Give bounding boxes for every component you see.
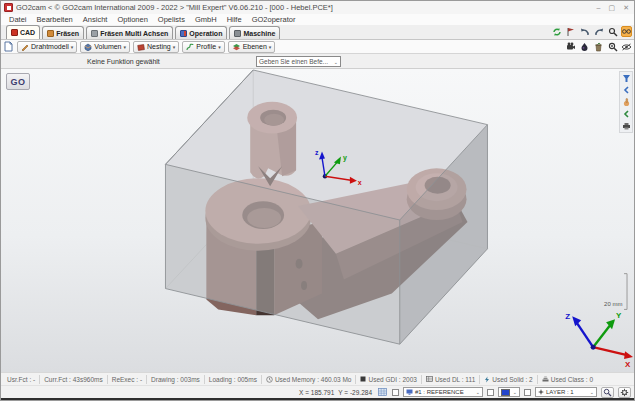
new-document-icon[interactable] bbox=[3, 41, 14, 52]
status-used-memory: Used Memory : 460.03 Mo bbox=[262, 375, 357, 384]
volumen-icon bbox=[84, 43, 92, 51]
function-bar: Keine Funktion gewählt Geben Sie einen B… bbox=[1, 54, 634, 69]
zoom-plus-icon[interactable] bbox=[607, 41, 618, 52]
gear-settings-button[interactable] bbox=[618, 387, 631, 398]
toolbar-volumen-button[interactable]: Volumen ▾ bbox=[80, 41, 130, 53]
corner-axis-z-label: Z bbox=[565, 312, 570, 321]
current-color-swatch bbox=[501, 389, 510, 396]
status-used-solid: Used Solid : 2 bbox=[480, 375, 537, 384]
toolbar-nesting-button[interactable]: Nesting ▾ bbox=[133, 41, 179, 53]
zoom-search-icon[interactable] bbox=[607, 26, 618, 37]
gdi-icon bbox=[360, 376, 366, 382]
menu-optionen[interactable]: Optionen bbox=[112, 15, 152, 24]
viewport-3d[interactable]: x y z 20 mm Z Y X G bbox=[1, 69, 634, 372]
zoom-settings-button[interactable] bbox=[601, 387, 614, 398]
profile-icon bbox=[186, 43, 194, 51]
menu-gmbh[interactable]: GmbH bbox=[190, 15, 222, 24]
tab-fraesen[interactable]: Fräsen bbox=[42, 26, 84, 39]
tab-operation[interactable]: Operation bbox=[175, 26, 227, 39]
cad-tab-icon bbox=[11, 29, 18, 36]
status-drawing: Drawing : 003ms bbox=[147, 375, 205, 384]
printer-icon[interactable] bbox=[621, 121, 632, 131]
menu-go2operator[interactable]: GO2operator bbox=[247, 15, 301, 24]
chevron-down-icon: ⌄ bbox=[334, 59, 338, 65]
chevron-down-icon: ⌄ bbox=[590, 389, 594, 395]
command-combobox[interactable]: Geben Sie einen Befe... ⌄ bbox=[256, 56, 341, 67]
tab-fraesen-multi-achsen[interactable]: Fräsen Multi Achsen bbox=[86, 26, 173, 39]
nesting-icon bbox=[137, 43, 145, 51]
hand-pointer-icon[interactable] bbox=[621, 97, 632, 107]
status-used-dl: Used DL : 111 bbox=[422, 375, 480, 384]
ribbon-tab-bar: CAD Fräsen Fräsen Multi Achsen Operation… bbox=[1, 25, 634, 40]
camera-icon[interactable] bbox=[565, 41, 576, 52]
status-reexec: ReExec : - bbox=[108, 375, 147, 384]
maschine-tab-icon bbox=[234, 30, 241, 37]
corner-axis-y-label: Y bbox=[616, 311, 622, 320]
collapse-left-icon[interactable] bbox=[621, 85, 632, 95]
reference-visibility-checkbox[interactable] bbox=[392, 389, 399, 396]
fraesen-multi-tab-icon bbox=[91, 30, 98, 37]
tab-maschine[interactable]: Maschine bbox=[229, 26, 280, 39]
menu-ansicht[interactable]: Ansicht bbox=[78, 15, 113, 24]
viewport-side-toolbar bbox=[619, 71, 633, 133]
scale-bar: 20 mm bbox=[604, 274, 627, 310]
go2cam-window: GO2cam < © GO2cam International 2009 - 2… bbox=[0, 0, 635, 401]
status-used-gdi: Used GDI : 2003 bbox=[356, 375, 421, 384]
ebenen-icon bbox=[232, 43, 241, 51]
menu-bearbeiten[interactable]: Bearbeiten bbox=[32, 15, 78, 24]
cad-toolbar: Drahtmodell ▾ Volumen ▾ Nesting ▾ Profil… bbox=[1, 40, 634, 54]
redo-icon[interactable] bbox=[593, 26, 604, 37]
toolbar-ebenen-button[interactable]: Ebenen ▾ bbox=[228, 41, 276, 53]
scale-label: 20 mm bbox=[604, 301, 622, 307]
go-button[interactable]: GO bbox=[6, 73, 30, 90]
reference-icon bbox=[406, 389, 413, 395]
toolbar-profile-button[interactable]: Profile ▾ bbox=[182, 41, 224, 53]
coordinates-bar: X = 185.791 Y = -29.284 #1 : REFERENCE ⌄… bbox=[1, 385, 634, 398]
maximize-button[interactable]: ▢ bbox=[609, 4, 616, 12]
grid-table-icon[interactable] bbox=[376, 387, 388, 397]
refresh-icon[interactable] bbox=[551, 26, 562, 37]
color-picker-combobox[interactable]: ⌄ bbox=[498, 387, 520, 397]
scene-canvas: x y z 20 mm Z Y X bbox=[1, 69, 634, 372]
drahtmodell-icon bbox=[21, 43, 29, 51]
title-bar: GO2cam < © GO2cam International 2009 - 2… bbox=[1, 1, 634, 14]
layer-combobox[interactable]: LAYER : 1 ⌄ bbox=[535, 387, 597, 397]
filter-icon[interactable] bbox=[621, 73, 632, 83]
menu-hilfe[interactable]: Hilfe bbox=[222, 15, 247, 24]
axis-y-label: y bbox=[343, 154, 347, 162]
view-glasses-icon[interactable] bbox=[621, 26, 632, 37]
fraesen-tab-icon bbox=[47, 30, 54, 37]
reference-combobox[interactable]: #1 : REFERENCE ⌄ bbox=[403, 387, 483, 397]
status-curr-fct: Curr.Fct : 43s960ms bbox=[40, 375, 108, 384]
menu-bar: Datei Bearbeiten Ansicht Optionen Opelis… bbox=[1, 14, 634, 25]
tab-cad[interactable]: CAD bbox=[6, 25, 40, 39]
window-title: GO2cam < © GO2cam International 2009 - 2… bbox=[16, 3, 597, 12]
close-button[interactable]: ✕ bbox=[623, 4, 629, 12]
axis-x-label: x bbox=[358, 179, 362, 186]
collapse-left-green-icon[interactable] bbox=[621, 109, 632, 119]
cursor-x-coordinate: X = 185.791 bbox=[299, 389, 334, 396]
hide-eye-icon[interactable] bbox=[621, 41, 632, 52]
toolbar-drahtmodell-button[interactable]: Drahtmodell ▾ bbox=[17, 41, 77, 53]
ink-drop-icon[interactable] bbox=[579, 41, 590, 52]
solid-icon bbox=[484, 376, 490, 383]
layer-visibility-checkbox[interactable] bbox=[524, 389, 531, 396]
clock-icon bbox=[266, 376, 273, 383]
display-list-icon bbox=[426, 376, 433, 382]
status-usr-fct: Usr.Fct : - bbox=[3, 375, 40, 384]
color-apply-checkbox[interactable] bbox=[487, 389, 494, 396]
status-loading: Loading : 005ms bbox=[205, 375, 262, 384]
menu-opelists[interactable]: Opelists bbox=[153, 15, 190, 24]
undo-icon[interactable] bbox=[579, 26, 590, 37]
operation-tab-icon bbox=[180, 30, 187, 37]
chevron-down-icon: ⌄ bbox=[513, 389, 517, 395]
flag-icon[interactable] bbox=[565, 26, 576, 37]
window-bottom-edge bbox=[1, 398, 634, 400]
corner-axis-triad: Z Y X bbox=[565, 311, 633, 369]
axis-z-label: z bbox=[315, 149, 319, 156]
bin-icon[interactable] bbox=[593, 41, 604, 52]
menu-datei[interactable]: Datei bbox=[4, 15, 32, 24]
status-bar: Usr.Fct : - Curr.Fct : 43s960ms ReExec :… bbox=[1, 372, 634, 385]
minimize-button[interactable]: – bbox=[597, 4, 601, 12]
corner-axis-x-label: X bbox=[625, 360, 631, 369]
